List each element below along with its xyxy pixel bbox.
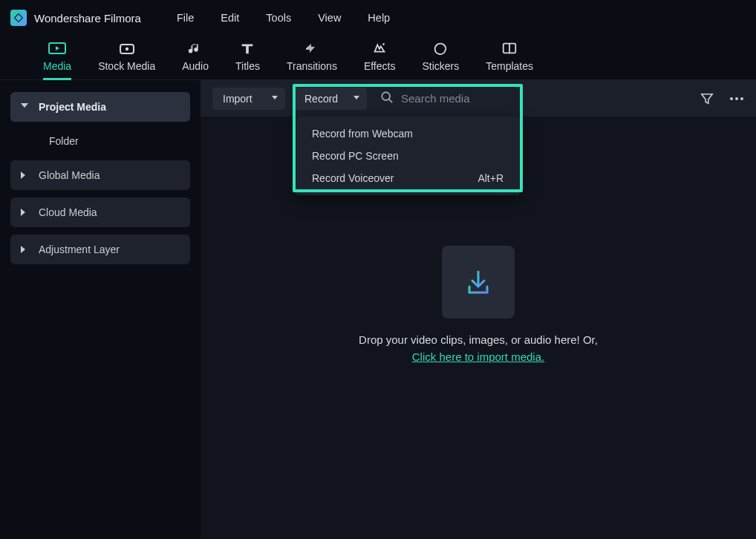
import-tile[interactable]	[442, 246, 515, 318]
sidebar-item-folder[interactable]: Folder	[10, 129, 190, 153]
sidebar-item-label: Global Media	[39, 169, 100, 181]
tab-label: Stickers	[422, 60, 459, 72]
toolbar: Import Record	[201, 80, 756, 117]
chevron-down-icon	[272, 96, 278, 102]
tab-label: Stock Media	[98, 60, 155, 72]
templates-icon	[500, 41, 519, 56]
svg-marker-1	[56, 46, 59, 50]
tab-templates[interactable]: Templates	[472, 41, 547, 79]
chevron-right-icon	[21, 209, 28, 216]
menu-tools[interactable]: Tools	[266, 12, 291, 24]
menu-item-label: Record Voiceover	[312, 172, 394, 184]
sidebar: Project Media Folder Global Media Cloud …	[0, 80, 201, 539]
search-wrap	[376, 91, 509, 106]
record-pc-screen[interactable]: Record PC Screen	[296, 145, 520, 167]
drop-text: Drop your video clips, images, or audio …	[359, 332, 598, 365]
record-voiceover[interactable]: Record Voiceover Alt+R	[296, 167, 520, 189]
brand: Wondershare Filmora	[10, 10, 141, 26]
main-panel: Import Record	[201, 80, 756, 539]
record-from-webcam[interactable]: Record from Webcam	[296, 122, 520, 145]
tab-label: Effects	[364, 60, 396, 72]
tab-label: Templates	[486, 60, 533, 72]
sidebar-item-project-media[interactable]: Project Media	[10, 92, 190, 122]
tab-titles[interactable]: Titles	[222, 41, 273, 79]
content-row: Project Media Folder Global Media Cloud …	[0, 80, 756, 539]
tab-label: Media	[43, 60, 71, 72]
tab-audio[interactable]: Audio	[169, 41, 222, 79]
titles-icon	[238, 41, 257, 56]
effects-icon	[370, 41, 389, 56]
sidebar-item-cloud-media[interactable]: Cloud Media	[10, 197, 190, 227]
chevron-down-icon	[353, 96, 359, 102]
svg-point-7	[382, 92, 390, 100]
search-input[interactable]	[401, 92, 505, 105]
tab-media[interactable]: Media	[30, 41, 85, 79]
svg-line-8	[389, 99, 393, 103]
drop-line1: Drop your video clips, images, or audio …	[359, 333, 598, 346]
record-dropdown[interactable]: Record	[294, 88, 367, 110]
transitions-icon	[302, 41, 322, 56]
svg-point-4	[382, 43, 385, 45]
tab-label: Transitions	[287, 60, 337, 72]
import-label: Import	[223, 93, 252, 105]
filter-icon[interactable]	[700, 91, 714, 106]
sidebar-item-global-media[interactable]: Global Media	[10, 160, 190, 190]
stock-media-icon	[117, 41, 137, 56]
audio-icon	[186, 41, 205, 56]
main-tabs: Media Stock Media Audio Titles Transitio…	[0, 36, 756, 80]
tab-label: Audio	[182, 60, 209, 72]
chevron-down-icon	[21, 103, 28, 111]
import-dropdown[interactable]: Import	[212, 88, 285, 110]
record-menu: Record from Webcam Record PC Screen Reco…	[296, 117, 520, 195]
menubar: File Edit Tools View Help	[177, 12, 390, 24]
toolbar-right	[700, 91, 744, 106]
more-options-icon[interactable]	[729, 91, 744, 106]
download-icon	[460, 264, 496, 300]
app-name: Wondershare Filmora	[34, 12, 141, 24]
menu-item-shortcut: Alt+R	[478, 172, 504, 184]
sidebar-item-adjustment-layer[interactable]: Adjustment Layer	[10, 235, 190, 264]
import-media-link[interactable]: Click here to import media.	[412, 350, 544, 363]
sidebar-item-label: Project Media	[39, 101, 106, 113]
svg-point-3	[125, 48, 128, 50]
menu-file[interactable]: File	[177, 12, 194, 24]
tab-label: Titles	[235, 60, 260, 72]
record-label: Record	[304, 93, 338, 105]
menu-help[interactable]: Help	[368, 12, 390, 24]
tab-stickers[interactable]: Stickers	[408, 41, 472, 79]
search-icon	[380, 91, 394, 106]
menu-item-label: Record PC Screen	[312, 150, 399, 162]
menu-edit[interactable]: Edit	[221, 12, 239, 24]
tab-stock-media[interactable]: Stock Media	[85, 41, 169, 79]
tab-transitions[interactable]: Transitions	[273, 41, 351, 79]
tab-effects[interactable]: Effects	[351, 41, 409, 79]
menu-view[interactable]: View	[318, 12, 341, 24]
sidebar-item-label: Folder	[49, 135, 79, 147]
stickers-icon	[431, 41, 450, 56]
media-icon	[48, 41, 67, 56]
title-bar: Wondershare Filmora File Edit Tools View…	[0, 0, 756, 36]
brand-logo-icon	[10, 10, 27, 26]
menu-item-label: Record from Webcam	[312, 128, 413, 140]
chevron-right-icon	[21, 172, 28, 179]
chevron-right-icon	[21, 246, 28, 253]
sidebar-item-label: Adjustment Layer	[39, 244, 120, 255]
sidebar-item-label: Cloud Media	[39, 206, 97, 218]
